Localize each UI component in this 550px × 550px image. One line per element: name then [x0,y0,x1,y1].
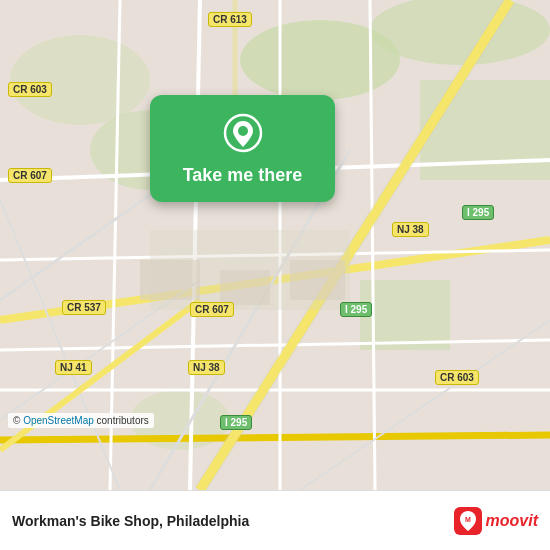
road-label-i295-bot: I 295 [220,415,252,430]
moovit-logo: M moovit [454,507,538,535]
svg-point-34 [238,126,248,136]
road-label-i295-right: I 295 [462,205,494,220]
road-label-cr607-left: CR 607 [8,168,52,183]
osm-attribution: © OpenStreetMap contributors [8,413,154,428]
osm-link[interactable]: OpenStreetMap [23,415,94,426]
svg-point-5 [10,35,150,125]
place-name: Workman's Bike Shop, Philadelphia [12,513,249,529]
moovit-icon: M [454,507,482,535]
road-label-nj38-bot: NJ 38 [188,360,225,375]
road-label-cr537: CR 537 [62,300,106,315]
bottom-bar: Workman's Bike Shop, Philadelphia M moov… [0,490,550,550]
road-label-nj38-right: NJ 38 [392,222,429,237]
svg-line-16 [0,435,550,440]
road-label-cr603-right: CR 603 [435,370,479,385]
road-label-cr603-left: CR 603 [8,82,52,97]
map-container: CR 613 CR 603 CR 607 NJ 38 I 295 CR 537 … [0,0,550,490]
location-pin-icon [223,113,263,153]
take-me-there-button[interactable]: Take me there [150,95,335,202]
popup-label: Take me there [183,165,303,186]
svg-rect-32 [150,230,350,310]
road-label-nj41: NJ 41 [55,360,92,375]
svg-text:M: M [465,516,471,523]
road-label-cr613: CR 613 [208,12,252,27]
road-label-i295-mid: I 295 [340,302,372,317]
moovit-text: moovit [486,512,538,530]
road-label-cr607-mid: CR 607 [190,302,234,317]
